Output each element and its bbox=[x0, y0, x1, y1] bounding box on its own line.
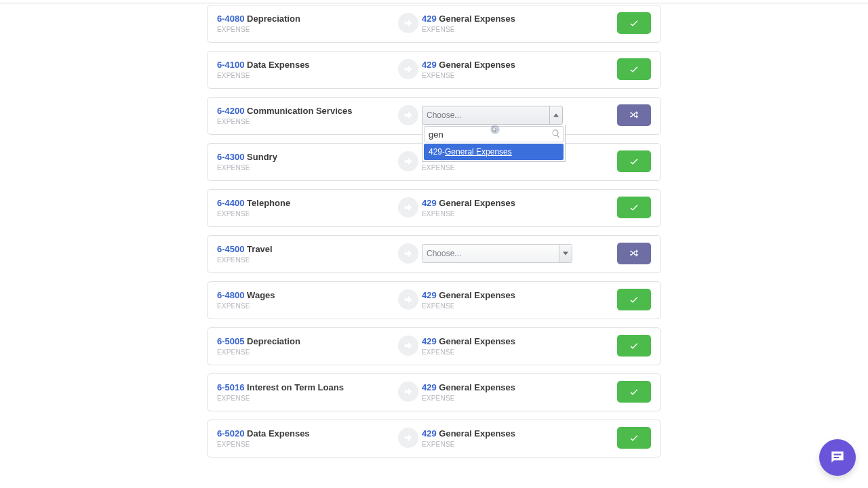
intercom-launcher[interactable] bbox=[819, 439, 856, 476]
arrow-right-icon bbox=[398, 13, 418, 33]
source-account-name: Interest on Term Loans bbox=[247, 382, 344, 392]
mapping-row: 6-5016 Interest on Term Loans EXPENSE 42… bbox=[207, 373, 661, 411]
select-option-highlighted[interactable]: 429 - General Expenses bbox=[424, 144, 564, 160]
source-account: 6-4300 Sundry EXPENSE bbox=[217, 152, 395, 171]
source-account-code: 6-5005 bbox=[217, 336, 244, 346]
target-account-name: General Expenses bbox=[439, 60, 515, 70]
target-account: 429 General Expenses EXPENSE bbox=[422, 14, 612, 33]
confirm-mapping-button[interactable] bbox=[617, 197, 651, 218]
source-account-type: EXPENSE bbox=[217, 26, 395, 33]
source-account: 6-5005 Depreciation EXPENSE bbox=[217, 336, 395, 356]
target-account-name: General Expenses bbox=[439, 428, 515, 439]
confirm-mapping-button[interactable] bbox=[617, 381, 651, 403]
confirm-mapping-button[interactable] bbox=[617, 150, 651, 172]
arrow-right-icon bbox=[398, 289, 418, 310]
chevron-up-icon bbox=[549, 106, 562, 124]
mapping-row: 6-4080 Depreciation EXPENSE 429 General … bbox=[207, 5, 661, 43]
source-account-name: Depreciation bbox=[247, 14, 300, 24]
select-placeholder: Choose... bbox=[427, 249, 461, 258]
chevron-down-icon bbox=[559, 245, 572, 262]
target-account-code: 429 bbox=[422, 14, 437, 24]
confirm-mapping-button[interactable] bbox=[617, 335, 651, 357]
target-account-select[interactable]: Choose... bbox=[422, 106, 563, 125]
confirm-mapping-button[interactable] bbox=[617, 12, 651, 34]
chat-icon bbox=[829, 449, 846, 466]
source-account-code: 6-4300 bbox=[217, 152, 244, 162]
source-account: 6-4400 Telephone EXPENSE bbox=[217, 198, 395, 218]
target-account-type: EXPENSE bbox=[422, 210, 612, 218]
source-account-type: EXPENSE bbox=[217, 118, 395, 125]
target-account-code: 429 bbox=[422, 60, 437, 70]
target-account-type: EXPENSE bbox=[422, 302, 612, 310]
source-account-code: 6-5020 bbox=[217, 428, 244, 439]
source-account-name: Data Expenses bbox=[247, 60, 310, 70]
source-account-code: 6-4080 bbox=[217, 14, 244, 24]
mapping-row: 6-4200 Communication Services EXPENSE Ch… bbox=[207, 97, 661, 135]
target-account: 429 General Expenses EXPENSE bbox=[422, 60, 612, 79]
target-account-select-open[interactable]: Choose... 429 - General Expenses bbox=[422, 106, 563, 125]
source-account: 6-5020 Data Expenses EXPENSE bbox=[217, 428, 395, 448]
source-account-type: EXPENSE bbox=[217, 72, 395, 79]
source-account: 6-5016 Interest on Term Loans EXPENSE bbox=[217, 382, 395, 402]
target-account: 429 General Expenses EXPENSE bbox=[422, 382, 612, 402]
arrow-right-icon bbox=[398, 336, 418, 356]
source-account-code: 6-4200 bbox=[217, 106, 244, 116]
target-account-select[interactable]: Choose... bbox=[422, 244, 572, 263]
source-account-type: EXPENSE bbox=[217, 210, 395, 218]
source-account-code: 6-4400 bbox=[217, 198, 244, 208]
arrow-right-icon bbox=[398, 151, 418, 171]
target-account: 429 General Expenses EXPENSE bbox=[422, 336, 612, 356]
target-account: 429 General Expenses EXPENSE bbox=[422, 428, 612, 448]
source-account: 6-4080 Depreciation EXPENSE bbox=[217, 14, 395, 33]
arrow-right-icon bbox=[398, 105, 418, 125]
target-account: 429 General Expenses EXPENSE bbox=[422, 290, 612, 310]
auto-map-button[interactable] bbox=[617, 104, 651, 126]
source-account-code: 6-4500 bbox=[217, 244, 244, 254]
source-account-type: EXPENSE bbox=[217, 256, 395, 264]
mapping-row: 6-4500 Travel EXPENSE Choose... bbox=[207, 235, 661, 273]
source-account-type: EXPENSE bbox=[217, 164, 395, 171]
source-account-name: Sundry bbox=[247, 152, 277, 162]
target-account-code: 429 bbox=[422, 198, 437, 208]
arrow-right-icon bbox=[398, 382, 418, 402]
source-account-type: EXPENSE bbox=[217, 394, 395, 402]
target-account-type: EXPENSE bbox=[422, 394, 612, 402]
confirm-mapping-button[interactable] bbox=[617, 58, 651, 80]
target-account-name: General Expenses bbox=[439, 290, 515, 300]
arrow-right-icon bbox=[398, 428, 418, 448]
select-search-input[interactable] bbox=[424, 126, 564, 142]
page-top-divider bbox=[0, 3, 868, 3]
arrow-right-icon bbox=[398, 197, 418, 218]
target-account-code: 429 bbox=[422, 382, 437, 392]
source-account: 6-4100 Data Expenses EXPENSE bbox=[217, 60, 395, 79]
source-account-name: Telephone bbox=[247, 198, 290, 208]
mapping-row: 6-4800 Wages EXPENSE 429 General Expense… bbox=[207, 281, 661, 319]
select-dropdown: 429 - General Expenses bbox=[422, 125, 566, 162]
target-account-code: 429 bbox=[422, 290, 437, 300]
source-account-type: EXPENSE bbox=[217, 348, 395, 356]
auto-map-button[interactable] bbox=[617, 243, 651, 264]
confirm-mapping-button[interactable] bbox=[617, 427, 651, 449]
mapping-row: 6-5020 Data Expenses EXPENSE 429 General… bbox=[207, 420, 661, 458]
target-account-code: 429 bbox=[422, 428, 437, 439]
target-account-type: EXPENSE bbox=[422, 72, 612, 79]
arrow-right-icon bbox=[398, 243, 418, 264]
source-account: 6-4200 Communication Services EXPENSE bbox=[217, 106, 395, 125]
search-icon bbox=[551, 129, 561, 138]
target-account-type: EXPENSE bbox=[422, 26, 612, 33]
source-account-name: Travel bbox=[247, 244, 273, 254]
target-account-code: 429 bbox=[422, 336, 437, 346]
select-placeholder: Choose... bbox=[427, 110, 461, 120]
source-account-name: Data Expenses bbox=[247, 428, 310, 439]
mapping-row: 6-5005 Depreciation EXPENSE 429 General … bbox=[207, 327, 661, 365]
source-account-type: EXPENSE bbox=[217, 441, 395, 448]
arrow-right-icon bbox=[398, 59, 418, 79]
target-account-type: EXPENSE bbox=[422, 164, 612, 171]
source-account-name: Communication Services bbox=[247, 106, 352, 116]
target-account-name: General Expenses bbox=[439, 198, 515, 208]
account-mapping-list: 6-4080 Depreciation EXPENSE 429 General … bbox=[0, 5, 868, 466]
source-account-code: 6-5016 bbox=[217, 382, 244, 392]
source-account-name: Depreciation bbox=[247, 336, 300, 346]
source-account: 6-4800 Wages EXPENSE bbox=[217, 290, 395, 310]
confirm-mapping-button[interactable] bbox=[617, 289, 651, 310]
